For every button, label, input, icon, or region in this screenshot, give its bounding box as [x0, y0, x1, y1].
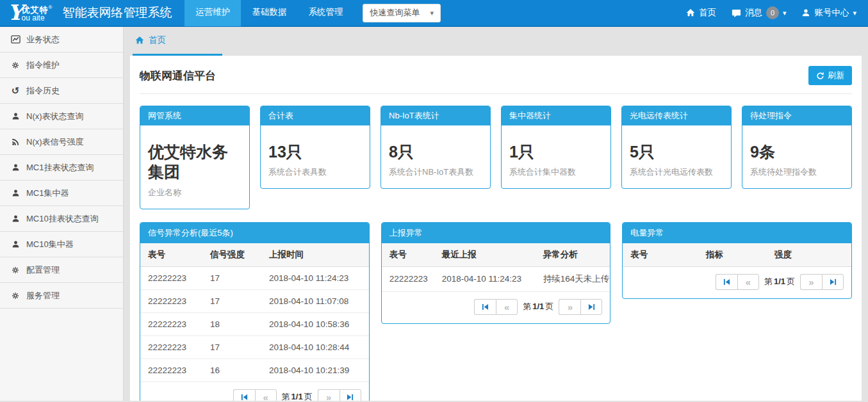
user-icon: [10, 189, 20, 197]
home-link-label: 首页: [699, 7, 716, 19]
last-page-icon: [830, 278, 837, 285]
table-row[interactable]: 22222223 18 2018-04-10 10:58:36: [140, 312, 369, 335]
sidebar-item-label: 指令维护: [26, 60, 60, 71]
logo-text: 优艾特® ou aite: [22, 3, 53, 22]
sidebar-item-label: N(x)表状态查询: [26, 111, 84, 122]
home-icon: [686, 8, 695, 17]
pagination-next-button[interactable]: »: [318, 389, 340, 401]
meter-id-cell: 22222223: [140, 358, 202, 382]
stat-card-body: 1只 系统合计集中器数: [502, 125, 610, 188]
history-icon: ↺: [10, 85, 20, 97]
tab-home[interactable]: 首页: [133, 27, 222, 56]
panel-title: 信号异常分析(最近5条): [140, 223, 369, 243]
pagination-page-indicator: 第1/1页: [764, 276, 795, 287]
power-anomaly-table: 表号 指标 强度: [623, 243, 851, 267]
sidebar-item-mc10-meter-status-query[interactable]: MC10挂表状态查询: [0, 206, 123, 232]
column-header: 表号: [140, 243, 202, 267]
logo-y-glyph: Y: [8, 3, 23, 22]
panel-title: 上报异常: [382, 223, 610, 243]
refresh-button[interactable]: 刷新: [808, 66, 852, 85]
next-page-icon: »: [808, 277, 814, 287]
table-row[interactable]: 22222223 16 2018-04-10 10:21:39: [140, 358, 369, 382]
stat-card-caption: 系统合计NB-IoT表具数: [389, 166, 482, 178]
stat-card-caption: 系统合计光电远传表数: [630, 166, 723, 178]
page-text-prefix: 第: [523, 302, 531, 311]
column-header: 上报时间: [261, 243, 369, 267]
sidebar-item-label: MC10挂表状态查询: [26, 213, 99, 225]
brand-logo[interactable]: Y 优艾特® ou aite: [8, 3, 52, 22]
anomaly-analysis-cell: 持续164天未上传: [536, 266, 610, 291]
sidebar-item-command-maintenance[interactable]: 指令维护: [0, 52, 123, 78]
panel-power-anomaly: 电量异常 表号 指标 强度: [622, 222, 852, 299]
nav-system-management[interactable]: 系统管理: [297, 0, 354, 26]
pagination-forward-group: »: [559, 299, 602, 315]
tab-strip: 首页: [124, 27, 868, 56]
stat-card-body: 9条 系统待处理指令数: [742, 125, 851, 188]
first-page-icon: [241, 394, 248, 401]
sidebar-item-mc1-meter-status-query[interactable]: MC1挂表状态查询: [0, 155, 123, 181]
stat-card-header: 网管系统: [140, 106, 249, 125]
pagination-page-indicator: 第1/1页: [523, 301, 553, 312]
pagination-prev-button[interactable]: «: [496, 299, 518, 315]
nav-operations-maintenance[interactable]: 运营维护: [184, 0, 241, 26]
table-row[interactable]: 22222223 2018-04-10 11:24:23 持续164天未上传: [382, 266, 610, 291]
stat-card-network-system: 网管系统 优艾特水务集团 企业名称: [140, 106, 250, 209]
page-text-prefix: 第: [282, 392, 290, 401]
rss-icon: [10, 138, 20, 146]
pagination-first-button[interactable]: [474, 299, 496, 315]
column-header: 指标: [698, 243, 767, 267]
sidebar-item-mc10-concentrator[interactable]: MC10集中器: [0, 232, 123, 257]
pagination: « 第1/1页 »: [623, 267, 851, 298]
nav-basic-data[interactable]: 基础数据: [241, 0, 297, 26]
panel-title: 电量异常: [623, 223, 851, 243]
stat-card-value: 优艾特水务集团: [148, 142, 242, 182]
stat-card-body: 13只 系统合计表具数: [261, 125, 370, 188]
page-text-suffix: 页: [304, 392, 313, 401]
pagination-last-button[interactable]: [580, 299, 602, 315]
table-row[interactable]: 22222223 17 2018-04-10 11:24:23: [140, 266, 369, 289]
pagination-prev-button[interactable]: «: [737, 274, 759, 290]
tab-home-label: 首页: [149, 35, 166, 46]
stat-card-value: 9条: [750, 142, 844, 162]
messages-menu[interactable]: 消息 0 ▾: [732, 6, 787, 19]
account-center-menu[interactable]: 账号中心 ▾: [801, 7, 856, 19]
stat-card-header: 集中器统计: [502, 106, 610, 125]
sidebar-item-command-history[interactable]: ↺ 指令历史: [0, 78, 123, 104]
pagination-last-button[interactable]: [340, 389, 361, 401]
stat-card-caption: 系统合计集中器数: [509, 166, 603, 178]
pagination-first-button[interactable]: [233, 389, 255, 401]
sidebar-item-nx-meter-signal-strength[interactable]: N(x)表信号强度: [0, 129, 123, 155]
column-header: 强度: [767, 243, 851, 267]
page-number: 1/1: [532, 302, 544, 311]
pagination-first-button[interactable]: [716, 274, 737, 290]
panel-report-anomaly: 上报异常 表号 最近上报 异常分析 22222223: [381, 222, 611, 324]
home-link[interactable]: 首页: [686, 7, 716, 19]
table-header-row: 表号 信号强度 上报时间: [140, 243, 369, 267]
user-icon: [801, 8, 810, 17]
pagination-next-button[interactable]: »: [559, 299, 580, 315]
table-row[interactable]: 22222223 17 2018-04-10 11:07:08: [140, 289, 369, 312]
quick-query-menu-select[interactable]: 快速查询菜单 ▾: [363, 4, 441, 22]
meter-id-cell: 22222223: [382, 266, 434, 291]
cogs-icon: [10, 61, 20, 70]
user-icon: [10, 240, 20, 248]
signal-strength-cell: 18: [202, 312, 261, 335]
sidebar-item-nx-meter-status-query[interactable]: N(x)表状态查询: [0, 104, 123, 129]
sidebar-item-business-status[interactable]: 业务状态: [0, 27, 123, 52]
pagination-back-group: «: [474, 299, 518, 315]
sidebar-item-config-management[interactable]: 配置管理: [0, 257, 123, 283]
pagination-prev-button[interactable]: «: [255, 389, 277, 401]
pagination-last-button[interactable]: [822, 274, 844, 290]
page-text-suffix: 页: [545, 302, 553, 311]
pagination: « 第1/1页 »: [382, 292, 610, 323]
pagination-page-indicator: 第1/1页: [282, 391, 313, 401]
pagination-next-button[interactable]: »: [800, 274, 822, 290]
user-icon: [10, 214, 20, 223]
table-row[interactable]: 22222223 17 2018-04-10 10:28:44: [140, 335, 369, 358]
column-header: 异常分析: [536, 243, 610, 267]
meter-id-cell: 22222223: [140, 312, 202, 335]
sidebar-item-mc1-concentrator[interactable]: MC1集中器: [0, 181, 123, 206]
last-page-icon: [347, 394, 354, 401]
sidebar-item-service-management[interactable]: 服务管理: [0, 283, 123, 309]
stat-card-header: 光电远传表统计: [622, 106, 731, 125]
